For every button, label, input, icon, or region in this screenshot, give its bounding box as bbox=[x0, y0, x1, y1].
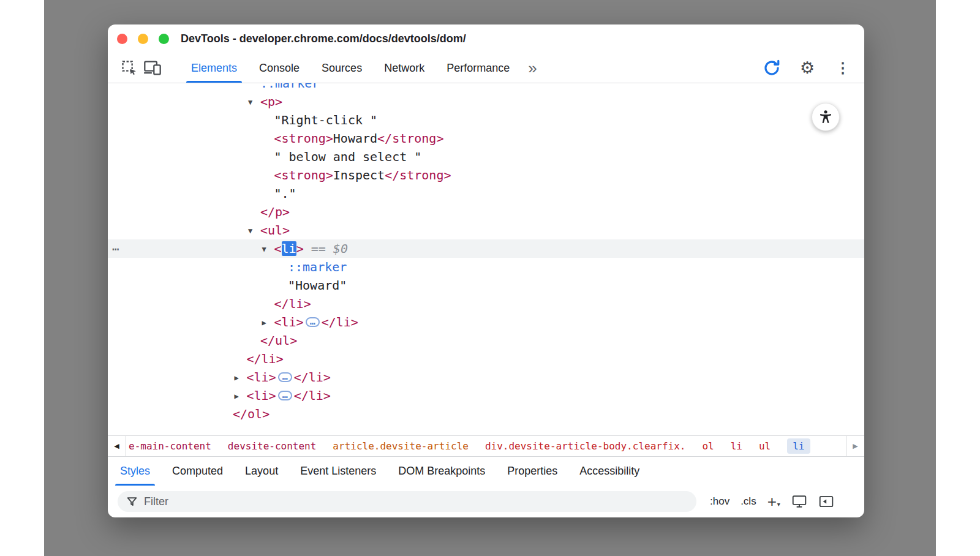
panel-tab-label: DOM Breakpoints bbox=[398, 465, 485, 478]
tree-row[interactable]: ::marker bbox=[108, 83, 864, 92]
element-classes-button[interactable]: .cls bbox=[741, 495, 756, 508]
collapse-arrow-icon[interactable]: ▼ bbox=[262, 240, 274, 258]
tree-row[interactable]: ▶<li>…</li> bbox=[108, 368, 864, 386]
breadcrumb-item[interactable]: div.devsite-article-body.clearfix. bbox=[485, 440, 686, 452]
code-segment: ::marker bbox=[260, 83, 319, 91]
breadcrumb-item-selected[interactable]: li bbox=[787, 438, 810, 454]
tree-row[interactable]: "." bbox=[108, 184, 864, 203]
inspect-element-icon[interactable] bbox=[118, 56, 141, 80]
close-button[interactable] bbox=[117, 34, 127, 44]
rendering-emulations-icon[interactable] bbox=[791, 494, 807, 509]
tree-row[interactable]: </p> bbox=[108, 203, 864, 221]
code-segment: </strong> bbox=[385, 168, 451, 182]
panel-tab-dom-breakpoints[interactable]: DOM Breakpoints bbox=[387, 457, 496, 486]
expand-ellipsis-button[interactable]: … bbox=[306, 317, 320, 327]
dom-tree: ::marker▼<p>"Right-click "<strong>Howard… bbox=[108, 83, 864, 435]
expand-ellipsis-button[interactable]: … bbox=[278, 372, 292, 382]
code-segment: <li> bbox=[274, 315, 304, 329]
tab-performance[interactable]: Performance bbox=[435, 53, 521, 83]
filter-funnel-icon bbox=[126, 496, 138, 508]
tree-row[interactable]: ::marker bbox=[108, 258, 864, 276]
code-segment: $0 bbox=[333, 241, 348, 256]
minimize-button[interactable] bbox=[138, 34, 148, 44]
code-segment: "Howard" bbox=[288, 278, 347, 293]
tree-row[interactable]: </ul> bbox=[108, 331, 864, 350]
panel-tab-styles[interactable]: Styles bbox=[109, 457, 161, 486]
code-segment: <ul> bbox=[260, 223, 290, 238]
code-segment: "Right-click " bbox=[274, 113, 378, 127]
toolbar-right-icons: ⚙ ⋮ bbox=[760, 56, 854, 80]
expand-arrow-icon[interactable]: ▶ bbox=[235, 369, 247, 387]
code-segment: <strong> bbox=[274, 168, 333, 182]
window-controls bbox=[117, 34, 169, 44]
breadcrumb-item[interactable]: article.devsite-article bbox=[333, 440, 469, 452]
toggle-element-state-button[interactable]: :hov bbox=[710, 495, 729, 508]
new-style-rule-button[interactable]: + ▾ bbox=[767, 495, 780, 508]
tree-row[interactable]: </li> bbox=[108, 295, 864, 313]
code-segment: <li> bbox=[247, 370, 276, 385]
tree-row[interactable]: <strong>Howard</strong> bbox=[108, 129, 864, 148]
tab-console[interactable]: Console bbox=[248, 53, 311, 83]
code-segment: </p> bbox=[260, 205, 290, 219]
code-segment: </li> bbox=[247, 351, 284, 366]
active-tab-underline bbox=[186, 81, 242, 83]
breadcrumb-scroll-left-button[interactable]: ◀ bbox=[108, 436, 126, 456]
tree-row[interactable]: ▶<li>…</li> bbox=[108, 386, 864, 405]
tab-label: Network bbox=[384, 62, 424, 75]
tab-label: Performance bbox=[447, 62, 510, 75]
circular-refresh-icon[interactable] bbox=[760, 56, 783, 80]
device-toolbar-icon[interactable] bbox=[141, 56, 164, 80]
code-segment: <p> bbox=[260, 94, 282, 109]
tree-row[interactable]: ▼<ul> bbox=[108, 221, 864, 239]
filter-input[interactable] bbox=[144, 495, 688, 508]
devtools-toolbar: ElementsConsoleSourcesNetworkPerformance… bbox=[108, 53, 864, 83]
tree-row-selected[interactable]: ⋯▼<li> == $0 bbox=[108, 239, 864, 258]
tab-elements[interactable]: Elements bbox=[180, 53, 248, 83]
panel-tab-computed[interactable]: Computed bbox=[161, 457, 234, 486]
panel-tab-event-listeners[interactable]: Event Listeners bbox=[289, 457, 387, 486]
code-segment: == bbox=[304, 241, 333, 256]
breadcrumb-item[interactable]: devsite-content bbox=[228, 440, 317, 452]
code-segment: Howard bbox=[333, 131, 377, 146]
more-actions-icon[interactable]: ⋯ bbox=[112, 239, 119, 258]
devtools-window: DevTools - developer.chrome.com/docs/dev… bbox=[108, 24, 864, 517]
collapse-arrow-icon[interactable]: ▼ bbox=[248, 93, 260, 111]
styles-toolbar-buttons: :hov .cls + ▾ bbox=[710, 494, 834, 509]
panel-tab-properties[interactable]: Properties bbox=[496, 457, 568, 486]
tree-row[interactable]: </li> bbox=[108, 350, 864, 368]
tree-row[interactable]: "Howard" bbox=[108, 276, 864, 295]
breadcrumb-scroll-right-button[interactable]: ▶ bbox=[846, 436, 864, 456]
zoom-button[interactable] bbox=[159, 34, 169, 44]
panel-tab-layout[interactable]: Layout bbox=[234, 457, 289, 486]
tree-row[interactable]: </ol> bbox=[108, 405, 864, 423]
breadcrumb-item[interactable]: li bbox=[731, 440, 742, 452]
breadcrumb-item[interactable]: e-main-content bbox=[129, 440, 211, 452]
code-segment: "." bbox=[274, 186, 296, 201]
customize-menu-icon[interactable]: ⋮ bbox=[831, 56, 854, 80]
more-tabs-button[interactable]: » bbox=[523, 59, 541, 78]
settings-gear-icon[interactable]: ⚙ bbox=[796, 56, 819, 80]
tree-row[interactable]: " below and select " bbox=[108, 148, 864, 166]
collapse-arrow-icon[interactable]: ▼ bbox=[248, 222, 260, 240]
breadcrumb-item[interactable]: ol bbox=[702, 440, 714, 452]
breadcrumb-item[interactable]: ul bbox=[759, 440, 771, 452]
expand-arrow-icon[interactable]: ▶ bbox=[262, 314, 274, 332]
tree-row[interactable]: "Right-click " bbox=[108, 111, 864, 129]
tree-row[interactable]: <strong>Inspect</strong> bbox=[108, 166, 864, 184]
styles-filter[interactable] bbox=[118, 491, 696, 512]
expand-arrow-icon[interactable]: ▶ bbox=[235, 387, 247, 405]
code-segment: </ul> bbox=[260, 333, 297, 348]
code-segment: </strong> bbox=[377, 131, 443, 146]
code-segment: </ol> bbox=[233, 407, 270, 421]
expand-ellipsis-button[interactable]: … bbox=[278, 391, 292, 400]
tab-label: Sources bbox=[322, 62, 362, 75]
code-segment: <strong> bbox=[274, 131, 333, 146]
code-segment: Inspect bbox=[333, 168, 385, 182]
tab-sources[interactable]: Sources bbox=[311, 53, 373, 83]
toggle-sidebar-icon[interactable] bbox=[818, 494, 834, 509]
tree-row[interactable]: ▶<li>…</li> bbox=[108, 313, 864, 331]
tab-network[interactable]: Network bbox=[373, 53, 435, 83]
tree-row[interactable]: ▼<p> bbox=[108, 92, 864, 111]
tab-label: Console bbox=[259, 62, 300, 75]
panel-tab-accessibility[interactable]: Accessibility bbox=[568, 457, 650, 486]
